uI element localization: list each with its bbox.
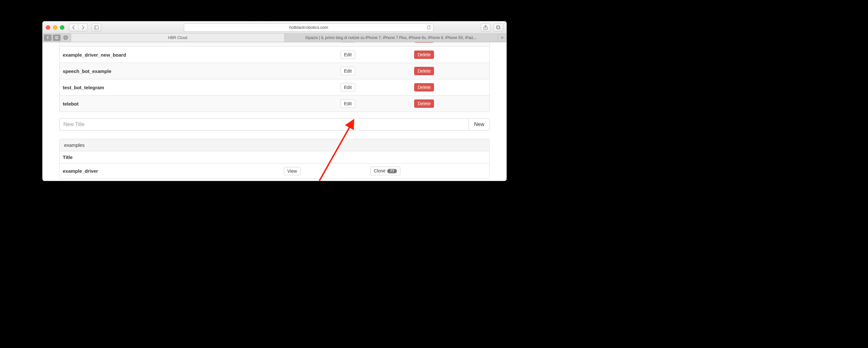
tab-label: iSpazio | IL primo blog di notizie su iP… <box>305 35 477 40</box>
delete-button[interactable]: Delete <box>414 67 434 75</box>
forward-button[interactable] <box>78 24 88 31</box>
facebook-icon[interactable]: f <box>44 35 52 41</box>
nav-buttons <box>69 24 88 31</box>
minimize-window-button[interactable] <box>53 25 57 30</box>
examples-title-header: Title <box>60 151 489 164</box>
edit-button[interactable]: Edit <box>340 83 355 92</box>
projects-table: turtle_joy_example Edit Delete example_d… <box>59 42 490 112</box>
delete-button[interactable]: Delete <box>414 42 434 42</box>
edit-button[interactable]: Edit <box>340 50 355 59</box>
messenger-icon[interactable] <box>62 35 69 41</box>
google-icon[interactable]: G <box>53 35 61 41</box>
edit-button[interactable]: Edit <box>340 42 355 42</box>
table-row: turtle_joy_example Edit Delete <box>60 42 490 47</box>
clone-label: Clone <box>374 168 385 173</box>
project-name: telebot <box>63 101 79 106</box>
table-row: speech_bot_example Edit Delete <box>60 63 490 79</box>
tab-bar: f G HBR Cloud iSpazio | IL primo blog di… <box>42 34 506 42</box>
table-row: example_driver View Clone 77 <box>60 164 489 179</box>
table-row: test_bot_telegram Edit Delete <box>60 79 490 96</box>
tab-ispazio[interactable]: iSpazio | IL primo blog di notizie su iP… <box>285 34 498 42</box>
page-content: turtle_joy_example Edit Delete example_d… <box>42 42 506 181</box>
safari-window: hotblackrobotics.com f G HBR Cloud <box>42 21 507 181</box>
examples-table: Title example_driver View Clone 77 <box>60 151 489 178</box>
favorites-strip: f G <box>42 34 71 42</box>
project-name: test_bot_telegram <box>63 85 104 90</box>
delete-button[interactable]: Delete <box>414 100 434 108</box>
new-title-input[interactable] <box>59 118 469 131</box>
close-window-button[interactable] <box>46 25 50 30</box>
traffic-lights <box>46 25 64 30</box>
sidebar-toggle-button[interactable] <box>92 24 101 31</box>
clone-count-badge: 77 <box>387 169 397 173</box>
share-button[interactable] <box>481 24 490 31</box>
zoom-window-button[interactable] <box>60 25 64 30</box>
table-row: telebot Edit Delete <box>60 96 490 112</box>
examples-heading: examples <box>60 139 489 151</box>
new-button[interactable]: New <box>469 118 490 131</box>
clone-button[interactable]: Clone 77 <box>370 167 400 175</box>
svg-rect-3 <box>497 26 500 29</box>
url-bar-text: hotblackrobotics.com <box>289 25 328 30</box>
svg-rect-0 <box>94 26 99 29</box>
example-name: example_driver <box>63 168 98 174</box>
delete-button[interactable]: Delete <box>414 50 434 59</box>
view-button[interactable]: View <box>284 167 301 175</box>
toolbar-right <box>481 24 503 31</box>
sidebar-toggle-wrap <box>92 24 101 31</box>
tab-hbr-cloud[interactable]: HBR Cloud <box>71 34 285 42</box>
new-tab-button[interactable]: + <box>498 34 506 42</box>
examples-header-row: Title <box>60 151 489 164</box>
project-name: speech_bot_example <box>63 68 112 74</box>
edit-button[interactable]: Edit <box>340 100 355 108</box>
edit-button[interactable]: Edit <box>340 67 355 75</box>
delete-button[interactable]: Delete <box>414 83 434 92</box>
url-bar[interactable]: hotblackrobotics.com <box>184 23 433 32</box>
window-toolbar: hotblackrobotics.com <box>42 22 506 34</box>
project-name: example_driver_new_board <box>63 52 126 58</box>
svg-rect-4 <box>496 26 499 29</box>
new-title-group: New <box>59 118 490 131</box>
reload-icon[interactable] <box>427 25 431 30</box>
back-button[interactable] <box>69 24 78 31</box>
examples-panel: examples Title example_driver View Clone… <box>59 139 490 179</box>
tabs-overview-button[interactable] <box>494 24 503 31</box>
tab-label: HBR Cloud <box>168 35 187 40</box>
table-row: example_driver_new_board Edit Delete <box>60 47 490 63</box>
